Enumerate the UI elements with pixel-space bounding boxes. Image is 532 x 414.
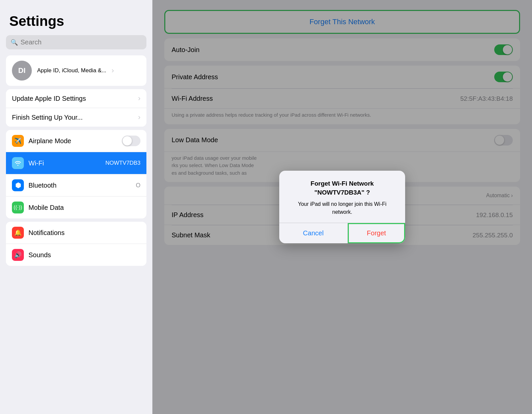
notifications-label: Notifications [28, 229, 140, 237]
sidebar-item-notifications[interactable]: 🔔 Notifications [6, 222, 146, 244]
wifi-network-name: NOWTV7DB3 [105, 160, 140, 166]
notifications-icon: 🔔 [12, 227, 24, 239]
sidebar-item-wifi[interactable]: Wi-Fi NOWTV7DB3 [6, 152, 146, 174]
account-chevron-icon [112, 66, 114, 75]
search-input[interactable] [21, 38, 142, 46]
airplane-mode-icon: ✈️ [12, 135, 24, 147]
main-panel: Forget This Network Auto-Join Private Ad… [152, 0, 532, 414]
sidebar-section-updates: Update Apple ID Settings Finish Setting … [6, 89, 146, 127]
forget-wifi-modal: Forget Wi-Fi Network"NOWTV7DB3A" ? Your … [279, 171, 405, 243]
search-icon: 🔍 [11, 39, 18, 46]
airplane-mode-toggle[interactable] [122, 136, 140, 146]
avatar: DI [12, 61, 32, 81]
sounds-icon: 🔊 [12, 249, 24, 261]
modal-message: Your iPad will no longer join this Wi-Fi… [288, 200, 397, 216]
bluetooth-label: Bluetooth [28, 182, 131, 189]
account-label: Apple ID, iCloud, Media &... [37, 67, 106, 74]
sidebar-item-sounds[interactable]: 🔊 Sounds [6, 244, 146, 266]
mobile-data-label: Mobile Data [28, 204, 140, 211]
bluetooth-icon: ⬢ [12, 179, 24, 191]
mobile-data-icon: ((·)) [12, 202, 24, 213]
sounds-label: Sounds [28, 251, 140, 259]
modal-cancel-button[interactable]: Cancel [279, 223, 348, 243]
sidebar-section-connectivity: ✈️ Airplane Mode Wi-Fi NOWTV7DB3 ⬢ Bluet… [6, 130, 146, 218]
sidebar: Settings 🔍 DI Apple ID, iCloud, Media &.… [0, 0, 152, 414]
modal-forget-button[interactable]: Forget [348, 223, 405, 243]
update-apple-id-label: Update Apple ID Settings [12, 95, 133, 102]
account-row[interactable]: DI Apple ID, iCloud, Media &... [6, 55, 146, 86]
modal-buttons: Cancel Forget [279, 223, 405, 243]
sidebar-item-finish-setup[interactable]: Finish Setting Up Your... [6, 108, 146, 127]
modal-title: Forget Wi-Fi Network"NOWTV7DB3A" ? [288, 179, 397, 197]
finish-chevron-icon [138, 113, 140, 122]
modal-overlay: Forget Wi-Fi Network"NOWTV7DB3A" ? Your … [152, 0, 532, 414]
modal-forget-wrap: Forget [348, 223, 405, 243]
sidebar-section-misc: 🔔 Notifications 🔊 Sounds [6, 222, 146, 266]
wifi-label: Wi-Fi [28, 159, 101, 167]
settings-title: Settings [0, 13, 152, 35]
finish-setup-label: Finish Setting Up Your... [12, 114, 133, 121]
modal-content: Forget Wi-Fi Network"NOWTV7DB3A" ? Your … [279, 171, 405, 223]
sidebar-item-update-apple-id[interactable]: Update Apple ID Settings [6, 89, 146, 108]
sidebar-item-airplane-mode[interactable]: ✈️ Airplane Mode [6, 130, 146, 152]
search-bar[interactable]: 🔍 [6, 35, 146, 49]
airplane-mode-label: Airplane Mode [28, 137, 117, 145]
sidebar-item-bluetooth[interactable]: ⬢ Bluetooth O [6, 174, 146, 197]
wifi-icon [12, 157, 24, 169]
update-chevron-icon [138, 94, 140, 103]
bluetooth-value: O [136, 182, 140, 189]
airplane-mode-toggle-knob [123, 136, 132, 146]
sidebar-item-mobile-data[interactable]: ((·)) Mobile Data [6, 197, 146, 218]
